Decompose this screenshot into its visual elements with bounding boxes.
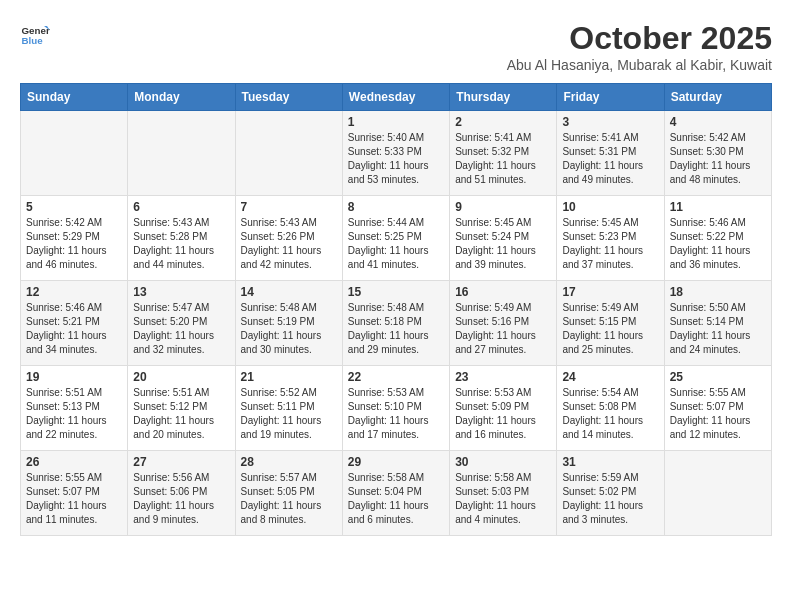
- day-number: 5: [26, 200, 122, 214]
- header-row: SundayMondayTuesdayWednesdayThursdayFrid…: [21, 84, 772, 111]
- col-header-monday: Monday: [128, 84, 235, 111]
- day-number: 1: [348, 115, 444, 129]
- logo-icon: General Blue: [20, 20, 50, 50]
- day-number: 16: [455, 285, 551, 299]
- day-info: Sunrise: 5:42 AMSunset: 5:30 PMDaylight:…: [670, 131, 766, 187]
- day-number: 7: [241, 200, 337, 214]
- day-number: 26: [26, 455, 122, 469]
- day-number: 30: [455, 455, 551, 469]
- day-cell: 25Sunrise: 5:55 AMSunset: 5:07 PMDayligh…: [664, 366, 771, 451]
- day-info: Sunrise: 5:46 AMSunset: 5:21 PMDaylight:…: [26, 301, 122, 357]
- day-number: 21: [241, 370, 337, 384]
- day-cell: 28Sunrise: 5:57 AMSunset: 5:05 PMDayligh…: [235, 451, 342, 536]
- day-number: 22: [348, 370, 444, 384]
- day-info: Sunrise: 5:40 AMSunset: 5:33 PMDaylight:…: [348, 131, 444, 187]
- day-cell: 1Sunrise: 5:40 AMSunset: 5:33 PMDaylight…: [342, 111, 449, 196]
- day-number: 3: [562, 115, 658, 129]
- location-subtitle: Abu Al Hasaniya, Mubarak al Kabir, Kuwai…: [507, 57, 772, 73]
- day-info: Sunrise: 5:58 AMSunset: 5:03 PMDaylight:…: [455, 471, 551, 527]
- day-cell: 4Sunrise: 5:42 AMSunset: 5:30 PMDaylight…: [664, 111, 771, 196]
- col-header-tuesday: Tuesday: [235, 84, 342, 111]
- day-info: Sunrise: 5:41 AMSunset: 5:32 PMDaylight:…: [455, 131, 551, 187]
- day-info: Sunrise: 5:54 AMSunset: 5:08 PMDaylight:…: [562, 386, 658, 442]
- day-number: 13: [133, 285, 229, 299]
- day-cell: 6Sunrise: 5:43 AMSunset: 5:28 PMDaylight…: [128, 196, 235, 281]
- day-info: Sunrise: 5:52 AMSunset: 5:11 PMDaylight:…: [241, 386, 337, 442]
- day-cell: 13Sunrise: 5:47 AMSunset: 5:20 PMDayligh…: [128, 281, 235, 366]
- day-info: Sunrise: 5:45 AMSunset: 5:23 PMDaylight:…: [562, 216, 658, 272]
- day-cell: 15Sunrise: 5:48 AMSunset: 5:18 PMDayligh…: [342, 281, 449, 366]
- day-number: 2: [455, 115, 551, 129]
- day-cell: 19Sunrise: 5:51 AMSunset: 5:13 PMDayligh…: [21, 366, 128, 451]
- day-info: Sunrise: 5:48 AMSunset: 5:19 PMDaylight:…: [241, 301, 337, 357]
- day-info: Sunrise: 5:46 AMSunset: 5:22 PMDaylight:…: [670, 216, 766, 272]
- day-cell: 16Sunrise: 5:49 AMSunset: 5:16 PMDayligh…: [450, 281, 557, 366]
- col-header-wednesday: Wednesday: [342, 84, 449, 111]
- day-cell: [128, 111, 235, 196]
- logo: General Blue: [20, 20, 50, 50]
- day-number: 8: [348, 200, 444, 214]
- calendar-table: SundayMondayTuesdayWednesdayThursdayFrid…: [20, 83, 772, 536]
- day-number: 12: [26, 285, 122, 299]
- day-cell: 30Sunrise: 5:58 AMSunset: 5:03 PMDayligh…: [450, 451, 557, 536]
- day-info: Sunrise: 5:44 AMSunset: 5:25 PMDaylight:…: [348, 216, 444, 272]
- day-cell: 22Sunrise: 5:53 AMSunset: 5:10 PMDayligh…: [342, 366, 449, 451]
- day-number: 18: [670, 285, 766, 299]
- week-row-2: 5Sunrise: 5:42 AMSunset: 5:29 PMDaylight…: [21, 196, 772, 281]
- day-info: Sunrise: 5:48 AMSunset: 5:18 PMDaylight:…: [348, 301, 444, 357]
- day-cell: 17Sunrise: 5:49 AMSunset: 5:15 PMDayligh…: [557, 281, 664, 366]
- day-cell: [235, 111, 342, 196]
- day-info: Sunrise: 5:49 AMSunset: 5:15 PMDaylight:…: [562, 301, 658, 357]
- day-cell: 27Sunrise: 5:56 AMSunset: 5:06 PMDayligh…: [128, 451, 235, 536]
- day-info: Sunrise: 5:45 AMSunset: 5:24 PMDaylight:…: [455, 216, 551, 272]
- day-number: 27: [133, 455, 229, 469]
- week-row-5: 26Sunrise: 5:55 AMSunset: 5:07 PMDayligh…: [21, 451, 772, 536]
- day-cell: 10Sunrise: 5:45 AMSunset: 5:23 PMDayligh…: [557, 196, 664, 281]
- day-number: 29: [348, 455, 444, 469]
- day-info: Sunrise: 5:51 AMSunset: 5:12 PMDaylight:…: [133, 386, 229, 442]
- day-info: Sunrise: 5:53 AMSunset: 5:10 PMDaylight:…: [348, 386, 444, 442]
- day-info: Sunrise: 5:50 AMSunset: 5:14 PMDaylight:…: [670, 301, 766, 357]
- day-cell: 3Sunrise: 5:41 AMSunset: 5:31 PMDaylight…: [557, 111, 664, 196]
- day-number: 20: [133, 370, 229, 384]
- day-info: Sunrise: 5:49 AMSunset: 5:16 PMDaylight:…: [455, 301, 551, 357]
- day-number: 10: [562, 200, 658, 214]
- day-info: Sunrise: 5:43 AMSunset: 5:28 PMDaylight:…: [133, 216, 229, 272]
- day-number: 31: [562, 455, 658, 469]
- day-number: 14: [241, 285, 337, 299]
- day-info: Sunrise: 5:42 AMSunset: 5:29 PMDaylight:…: [26, 216, 122, 272]
- day-info: Sunrise: 5:59 AMSunset: 5:02 PMDaylight:…: [562, 471, 658, 527]
- day-number: 9: [455, 200, 551, 214]
- day-info: Sunrise: 5:41 AMSunset: 5:31 PMDaylight:…: [562, 131, 658, 187]
- day-number: 19: [26, 370, 122, 384]
- day-cell: 23Sunrise: 5:53 AMSunset: 5:09 PMDayligh…: [450, 366, 557, 451]
- col-header-thursday: Thursday: [450, 84, 557, 111]
- day-cell: [21, 111, 128, 196]
- svg-text:Blue: Blue: [22, 35, 44, 46]
- day-cell: 2Sunrise: 5:41 AMSunset: 5:32 PMDaylight…: [450, 111, 557, 196]
- day-number: 4: [670, 115, 766, 129]
- day-info: Sunrise: 5:56 AMSunset: 5:06 PMDaylight:…: [133, 471, 229, 527]
- day-cell: 21Sunrise: 5:52 AMSunset: 5:11 PMDayligh…: [235, 366, 342, 451]
- day-number: 11: [670, 200, 766, 214]
- day-number: 17: [562, 285, 658, 299]
- day-cell: 26Sunrise: 5:55 AMSunset: 5:07 PMDayligh…: [21, 451, 128, 536]
- week-row-1: 1Sunrise: 5:40 AMSunset: 5:33 PMDaylight…: [21, 111, 772, 196]
- week-row-3: 12Sunrise: 5:46 AMSunset: 5:21 PMDayligh…: [21, 281, 772, 366]
- day-number: 15: [348, 285, 444, 299]
- col-header-friday: Friday: [557, 84, 664, 111]
- day-info: Sunrise: 5:55 AMSunset: 5:07 PMDaylight:…: [26, 471, 122, 527]
- day-cell: 29Sunrise: 5:58 AMSunset: 5:04 PMDayligh…: [342, 451, 449, 536]
- day-cell: 9Sunrise: 5:45 AMSunset: 5:24 PMDaylight…: [450, 196, 557, 281]
- day-info: Sunrise: 5:51 AMSunset: 5:13 PMDaylight:…: [26, 386, 122, 442]
- day-number: 24: [562, 370, 658, 384]
- day-info: Sunrise: 5:43 AMSunset: 5:26 PMDaylight:…: [241, 216, 337, 272]
- day-cell: [664, 451, 771, 536]
- day-number: 23: [455, 370, 551, 384]
- day-number: 25: [670, 370, 766, 384]
- col-header-sunday: Sunday: [21, 84, 128, 111]
- col-header-saturday: Saturday: [664, 84, 771, 111]
- day-number: 28: [241, 455, 337, 469]
- day-cell: 31Sunrise: 5:59 AMSunset: 5:02 PMDayligh…: [557, 451, 664, 536]
- day-info: Sunrise: 5:53 AMSunset: 5:09 PMDaylight:…: [455, 386, 551, 442]
